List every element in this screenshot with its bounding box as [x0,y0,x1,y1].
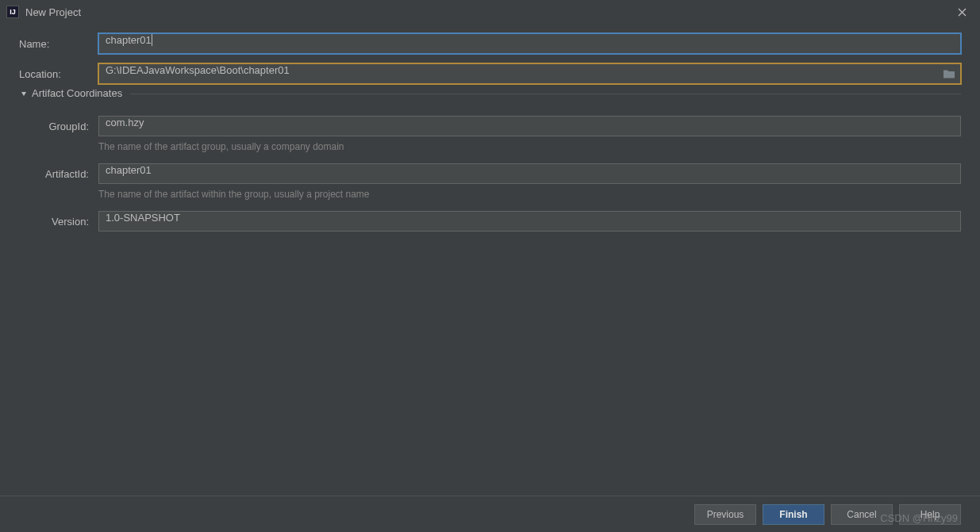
app-icon: IJ [6,6,19,18]
location-label: Location: [19,68,98,80]
finish-button[interactable]: Finish [763,504,824,525]
dialog-content: Name: chapter01 Location: G:\IDEAJavaWor… [0,24,980,232]
name-label: Name: [19,38,98,50]
folder-icon [943,69,955,79]
location-input[interactable]: G:\IDEAJavaWorkspace\Boot\chapter01 [98,63,961,84]
expand-arrow-icon [19,89,29,98]
location-value: G:\IDEAJavaWorkspace\Boot\chapter01 [106,64,290,76]
cancel-button[interactable]: Cancel [831,504,893,525]
version-input[interactable]: 1.0-SNAPSHOT [98,211,961,232]
name-value: chapter01 [106,34,152,46]
name-input[interactable]: chapter01 [98,33,961,54]
close-icon [958,8,967,17]
artifact-coordinates-body: GroupId: com.hzy The name of the artifac… [19,116,961,232]
artifact-id-label: ArtifactId: [19,168,98,180]
group-id-label: GroupId: [19,121,98,132]
help-button[interactable]: Help [899,504,961,525]
titlebar: IJ New Project [0,0,980,24]
artifact-id-hint: The name of the artifact within the grou… [98,189,961,200]
artifact-id-value: chapter01 [106,164,152,176]
browse-folder-button[interactable] [943,69,955,79]
close-button[interactable] [950,0,974,24]
version-value: 1.0-SNAPSHOT [106,212,180,224]
group-id-input[interactable]: com.hzy [98,116,961,136]
group-id-hint: The name of the artifact group, usually … [98,141,961,152]
group-id-value: com.hzy [106,117,144,128]
version-label: Version: [19,216,98,228]
previous-button[interactable]: Previous [694,504,756,525]
artifact-id-input[interactable]: chapter01 [98,163,961,184]
artifact-coordinates-header[interactable]: Artifact Coordinates [19,94,961,106]
section-title: Artifact Coordinates [32,87,122,99]
dialog-footer: Previous Finish Cancel Help [0,496,980,532]
window-title: New Project [25,6,950,18]
